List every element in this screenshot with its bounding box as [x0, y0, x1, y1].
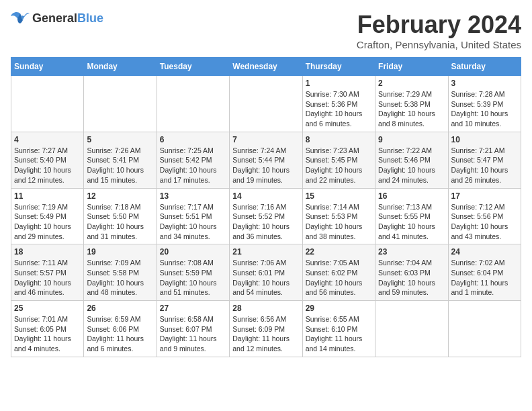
- day-cell: 29Sunrise: 6:55 AM Sunset: 6:10 PM Dayli…: [302, 301, 375, 357]
- day-number: 7: [232, 135, 299, 144]
- day-number: 15: [306, 191, 372, 201]
- weekday-header-tuesday: Tuesday: [157, 58, 229, 76]
- day-cell: 17Sunrise: 7:12 AM Sunset: 5:56 PM Dayli…: [448, 188, 521, 244]
- day-info: Sunrise: 6:59 AM Sunset: 6:06 PM Dayligh…: [87, 314, 153, 354]
- title-block: February 2024 Crafton, Pennsylvania, Uni…: [357, 11, 521, 50]
- day-cell: 10Sunrise: 7:21 AM Sunset: 5:47 PM Dayli…: [448, 132, 521, 188]
- day-cell: 19Sunrise: 7:09 AM Sunset: 5:58 PM Dayli…: [84, 244, 157, 301]
- day-cell: 25Sunrise: 7:01 AM Sunset: 6:05 PM Dayli…: [11, 301, 84, 357]
- week-row-4: 18Sunrise: 7:11 AM Sunset: 5:57 PM Dayli…: [11, 244, 521, 301]
- week-row-5: 25Sunrise: 7:01 AM Sunset: 6:05 PM Dayli…: [11, 301, 521, 357]
- day-cell: 15Sunrise: 7:14 AM Sunset: 5:53 PM Dayli…: [302, 188, 375, 244]
- day-info: Sunrise: 7:28 AM Sunset: 5:39 PM Dayligh…: [451, 89, 518, 129]
- day-info: Sunrise: 7:25 AM Sunset: 5:42 PM Dayligh…: [160, 146, 226, 185]
- day-number: 3: [451, 79, 518, 88]
- day-number: 11: [14, 191, 81, 201]
- day-number: 16: [378, 191, 445, 201]
- day-cell: 22Sunrise: 7:05 AM Sunset: 6:02 PM Dayli…: [302, 244, 375, 301]
- weekday-header-wednesday: Wednesday: [230, 58, 302, 76]
- day-info: Sunrise: 7:24 AM Sunset: 5:44 PM Dayligh…: [232, 146, 299, 185]
- day-number: 4: [14, 135, 81, 144]
- day-cell: [11, 76, 84, 132]
- day-info: Sunrise: 7:14 AM Sunset: 5:53 PM Dayligh…: [306, 202, 372, 242]
- day-cell: 14Sunrise: 7:16 AM Sunset: 5:52 PM Dayli…: [230, 188, 302, 244]
- header: GeneralBlue February 2024 Crafton, Penns…: [11, 11, 521, 50]
- day-info: Sunrise: 7:12 AM Sunset: 5:56 PM Dayligh…: [451, 202, 518, 242]
- day-cell: 16Sunrise: 7:13 AM Sunset: 5:55 PM Dayli…: [375, 188, 448, 244]
- day-cell: 4Sunrise: 7:27 AM Sunset: 5:40 PM Daylig…: [11, 132, 84, 188]
- day-number: 27: [160, 304, 226, 313]
- day-number: 24: [451, 247, 518, 257]
- day-info: Sunrise: 7:23 AM Sunset: 5:45 PM Dayligh…: [306, 146, 372, 185]
- day-cell: 27Sunrise: 6:58 AM Sunset: 6:07 PM Dayli…: [157, 301, 229, 357]
- day-info: Sunrise: 7:30 AM Sunset: 5:36 PM Dayligh…: [306, 89, 372, 129]
- day-info: Sunrise: 7:09 AM Sunset: 5:58 PM Dayligh…: [87, 258, 153, 298]
- weekday-header-thursday: Thursday: [302, 58, 375, 76]
- day-cell: 21Sunrise: 7:06 AM Sunset: 6:01 PM Dayli…: [230, 244, 302, 301]
- day-info: Sunrise: 7:16 AM Sunset: 5:52 PM Dayligh…: [232, 202, 299, 242]
- week-row-2: 4Sunrise: 7:27 AM Sunset: 5:40 PM Daylig…: [11, 132, 521, 188]
- day-cell: [375, 301, 448, 357]
- day-number: 18: [14, 247, 81, 257]
- day-number: 28: [232, 304, 299, 313]
- week-row-3: 11Sunrise: 7:19 AM Sunset: 5:49 PM Dayli…: [11, 188, 521, 244]
- day-number: 29: [306, 304, 372, 313]
- day-number: 14: [232, 191, 299, 201]
- day-cell: [84, 76, 157, 132]
- day-info: Sunrise: 7:05 AM Sunset: 6:02 PM Dayligh…: [306, 258, 372, 298]
- day-info: Sunrise: 7:04 AM Sunset: 6:03 PM Dayligh…: [378, 258, 445, 298]
- logo-text: GeneralBlue: [32, 11, 103, 26]
- weekday-header-saturday: Saturday: [448, 58, 521, 76]
- day-info: Sunrise: 7:26 AM Sunset: 5:41 PM Dayligh…: [87, 146, 153, 185]
- day-info: Sunrise: 7:29 AM Sunset: 5:38 PM Dayligh…: [378, 89, 445, 129]
- month-title: February 2024: [357, 11, 521, 39]
- day-number: 21: [232, 247, 299, 257]
- day-number: 23: [378, 247, 445, 257]
- day-number: 13: [160, 191, 226, 201]
- day-info: Sunrise: 7:19 AM Sunset: 5:49 PM Dayligh…: [14, 202, 81, 242]
- day-cell: 1Sunrise: 7:30 AM Sunset: 5:36 PM Daylig…: [302, 76, 375, 132]
- day-info: Sunrise: 7:06 AM Sunset: 6:01 PM Dayligh…: [232, 258, 299, 298]
- day-number: 12: [87, 191, 153, 201]
- day-number: 2: [378, 79, 445, 88]
- day-cell: 26Sunrise: 6:59 AM Sunset: 6:06 PM Dayli…: [84, 301, 157, 357]
- day-info: Sunrise: 7:01 AM Sunset: 6:05 PM Dayligh…: [14, 314, 81, 354]
- day-number: 20: [160, 247, 226, 257]
- day-cell: 9Sunrise: 7:22 AM Sunset: 5:46 PM Daylig…: [375, 132, 448, 188]
- day-number: 25: [14, 304, 81, 313]
- weekday-header-sunday: Sunday: [11, 58, 84, 76]
- day-cell: 7Sunrise: 7:24 AM Sunset: 5:44 PM Daylig…: [230, 132, 302, 188]
- day-cell: 3Sunrise: 7:28 AM Sunset: 5:39 PM Daylig…: [448, 76, 521, 132]
- day-cell: 24Sunrise: 7:02 AM Sunset: 6:04 PM Dayli…: [448, 244, 521, 301]
- day-cell: 13Sunrise: 7:17 AM Sunset: 5:51 PM Dayli…: [157, 188, 229, 244]
- day-cell: 8Sunrise: 7:23 AM Sunset: 5:45 PM Daylig…: [302, 132, 375, 188]
- logo: GeneralBlue: [11, 11, 103, 26]
- day-cell: 12Sunrise: 7:18 AM Sunset: 5:50 PM Dayli…: [84, 188, 157, 244]
- day-number: 17: [451, 191, 518, 201]
- day-number: 10: [451, 135, 518, 144]
- logo-bird-icon: [11, 11, 30, 26]
- day-cell: 18Sunrise: 7:11 AM Sunset: 5:57 PM Dayli…: [11, 244, 84, 301]
- day-info: Sunrise: 7:08 AM Sunset: 5:59 PM Dayligh…: [160, 258, 226, 298]
- day-number: 6: [160, 135, 226, 144]
- day-number: 1: [306, 79, 372, 88]
- day-cell: 11Sunrise: 7:19 AM Sunset: 5:49 PM Dayli…: [11, 188, 84, 244]
- day-number: 19: [87, 247, 153, 257]
- location-title: Crafton, Pennsylvania, United States: [357, 39, 521, 50]
- day-info: Sunrise: 6:55 AM Sunset: 6:10 PM Dayligh…: [306, 314, 372, 354]
- day-info: Sunrise: 7:11 AM Sunset: 5:57 PM Dayligh…: [14, 258, 81, 298]
- weekday-header-monday: Monday: [84, 58, 157, 76]
- day-cell: 28Sunrise: 6:56 AM Sunset: 6:09 PM Dayli…: [230, 301, 302, 357]
- day-info: Sunrise: 6:58 AM Sunset: 6:07 PM Dayligh…: [160, 314, 226, 354]
- calendar: SundayMondayTuesdayWednesdayThursdayFrid…: [11, 57, 521, 357]
- weekday-header-friday: Friday: [375, 58, 448, 76]
- day-info: Sunrise: 7:21 AM Sunset: 5:47 PM Dayligh…: [451, 146, 518, 185]
- day-cell: 2Sunrise: 7:29 AM Sunset: 5:38 PM Daylig…: [375, 76, 448, 132]
- day-number: 8: [306, 135, 372, 144]
- day-info: Sunrise: 6:56 AM Sunset: 6:09 PM Dayligh…: [232, 314, 299, 354]
- logo-blue: Blue: [77, 11, 103, 25]
- day-cell: 6Sunrise: 7:25 AM Sunset: 5:42 PM Daylig…: [157, 132, 229, 188]
- day-info: Sunrise: 7:18 AM Sunset: 5:50 PM Dayligh…: [87, 202, 153, 242]
- day-info: Sunrise: 7:27 AM Sunset: 5:40 PM Dayligh…: [14, 146, 81, 185]
- week-row-1: 1Sunrise: 7:30 AM Sunset: 5:36 PM Daylig…: [11, 76, 521, 132]
